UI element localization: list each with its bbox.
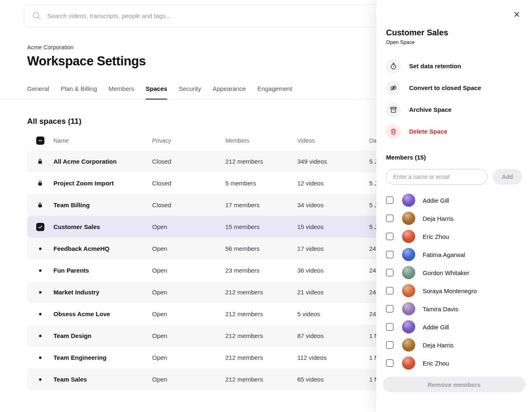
action-set-data-retention[interactable]: Set data retention [386, 55, 522, 77]
member-name: Deja Harris [423, 215, 453, 222]
dot-icon [39, 378, 42, 381]
member-checkbox[interactable] [386, 359, 393, 367]
member-checkbox[interactable] [386, 269, 393, 276]
row-icon-cell [27, 248, 53, 250]
tab-label: Engagement [257, 85, 292, 92]
member-checkbox[interactable] [386, 197, 393, 204]
add-button[interactable]: Add [493, 169, 522, 185]
row-icon-cell [27, 202, 53, 208]
member-name: Tamira Davis [423, 306, 458, 312]
add-member-input[interactable] [386, 169, 488, 185]
space-privacy: Open [152, 354, 225, 361]
member-list: Addie Gill Deja Harris Eric Zhou Fatima … [386, 191, 522, 372]
member-checkbox[interactable] [386, 305, 393, 312]
action-icon-circle [386, 59, 401, 74]
space-videos: 17 videos [297, 245, 369, 252]
lock-icon [37, 180, 43, 186]
member-name: Eric Zhou [423, 360, 449, 367]
close-icon[interactable] [513, 11, 520, 18]
member-name: Deja Harris [423, 342, 453, 349]
member-row: Eric Zhou [386, 354, 522, 372]
remove-members-button[interactable]: Remove members [383, 377, 525, 392]
space-name: Team Design [53, 332, 152, 339]
member-checkbox[interactable] [386, 341, 393, 349]
dot-icon [39, 335, 42, 337]
space-privacy: Closed [152, 180, 225, 187]
action-label: Convert to closed Space [409, 84, 481, 91]
avatar [402, 320, 415, 333]
space-videos: 12 videos [297, 180, 369, 187]
action-archive-space[interactable]: Archive Space [386, 99, 522, 120]
dot-icon [39, 269, 42, 272]
avatar [402, 284, 415, 297]
space-name: Team Sales [53, 376, 152, 383]
space-members: 56 members [225, 245, 297, 252]
space-privacy: Open [152, 310, 225, 317]
tab-security[interactable]: Security [179, 85, 201, 99]
member-checkbox[interactable] [386, 215, 393, 222]
member-checkbox[interactable] [386, 287, 393, 294]
space-members: 17 members [225, 201, 297, 208]
member-name: Addie Gill [423, 197, 449, 204]
space-privacy: Open [152, 245, 225, 252]
tab-engagement[interactable]: Engagement [257, 85, 292, 99]
member-name: Gordon Whitaker [423, 269, 469, 276]
tab-label: Security [179, 85, 201, 92]
avatar [402, 194, 415, 207]
panel-title: Customer Sales [386, 28, 522, 37]
action-delete-space[interactable]: Delete Space [386, 120, 522, 142]
tab-general[interactable]: General [27, 85, 49, 99]
tab-appearance[interactable]: Appearance [213, 85, 246, 99]
row-icon-cell [27, 335, 53, 337]
action-label: Set data retention [409, 62, 461, 69]
member-row: Gordon Whitaker [386, 264, 522, 282]
member-row: Addie Gill [386, 191, 522, 209]
dot-icon [39, 291, 42, 294]
row-icon-cell [27, 378, 53, 381]
space-videos: 5 videos [297, 310, 369, 317]
space-privacy: Open [152, 332, 225, 339]
space-videos: 21 videos [297, 289, 369, 296]
col-header-members: Members [225, 137, 297, 144]
member-checkbox[interactable] [386, 323, 393, 331]
row-checkbox-checked[interactable] [36, 223, 44, 231]
panel-actions: Set data retention Convert to closed Spa… [386, 55, 522, 142]
action-icon-circle [386, 81, 401, 95]
add-member-row: Add [386, 169, 522, 185]
panel-subtitle: Open Space [386, 39, 522, 45]
space-videos: 34 videos [297, 201, 369, 208]
space-members: 212 members [225, 376, 297, 383]
eye-off-icon [390, 84, 397, 92]
space-name: Team Engineering [53, 354, 152, 361]
select-all-checkbox[interactable] [36, 137, 44, 145]
space-members: 212 members [225, 289, 297, 296]
trash-icon [390, 128, 397, 135]
tab-spaces[interactable]: Spaces [146, 85, 167, 99]
space-name: Project Zoom Import [53, 180, 152, 187]
row-icon-cell [27, 313, 53, 315]
action-icon-circle [386, 102, 401, 117]
member-name: Soraya Montenegro [423, 287, 477, 294]
tab-label: Spaces [146, 85, 167, 92]
dot-icon [39, 248, 42, 250]
space-name: Team Billing [53, 201, 152, 208]
col-header-videos: Videos [297, 137, 369, 144]
avatar [402, 302, 415, 315]
space-detail-panel: Customer Sales Open Space Set data reten… [376, 0, 532, 412]
tab-members[interactable]: Members [109, 85, 134, 99]
space-privacy: Closed [152, 201, 225, 208]
space-videos: 36 videos [297, 267, 369, 274]
avatar [402, 338, 415, 352]
action-convert-to-closed-space[interactable]: Convert to closed Space [386, 77, 522, 99]
member-checkbox[interactable] [386, 251, 393, 258]
avatar [402, 212, 415, 225]
member-checkbox[interactable] [386, 233, 393, 240]
tab-plan-billing[interactable]: Plan & Billing [60, 85, 97, 99]
space-name: Fun Parents [53, 267, 152, 274]
space-name: Market Industry [53, 289, 152, 296]
row-icon-cell [27, 356, 53, 359]
space-name: Customer Sales [53, 223, 152, 230]
member-row: Fatima Agarwal [386, 245, 522, 264]
timer-icon [390, 62, 397, 70]
space-members: 212 members [225, 158, 297, 165]
